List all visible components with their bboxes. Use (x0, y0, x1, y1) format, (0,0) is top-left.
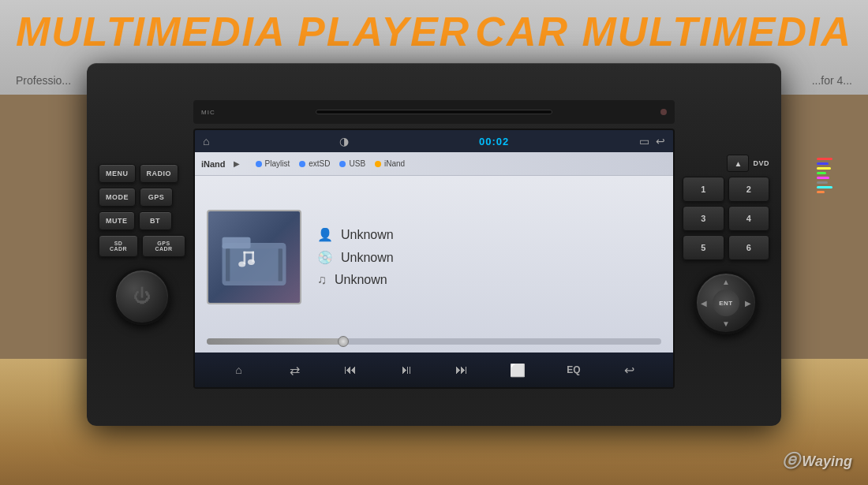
watermark-logo: ⓔ (782, 450, 799, 473)
album-icon: 💿 (317, 250, 333, 265)
track-info: 👤 Unknown 💿 Unknown ♫ Unknown (317, 227, 661, 287)
gps-button[interactable]: GPS (140, 188, 173, 207)
center-area: MIC ⌂ ◑ 00:02 ▭ ↩ iNand ▶ (193, 100, 675, 389)
ctrl-shuffle-button[interactable]: ⇄ (282, 357, 307, 382)
tab-playlist[interactable]: Playlist (256, 159, 290, 168)
gps-cadr-button[interactable]: GPS CADR (142, 235, 185, 257)
progress-thumb[interactable] (338, 336, 349, 347)
title-row: ♫ Unknown (317, 273, 661, 287)
nav-knob[interactable]: ▲ ▼ ◀ ▶ ENT (694, 271, 758, 334)
nav-arrow-right-icon: ▶ (745, 299, 751, 308)
artist-icon: 👤 (317, 227, 333, 242)
num-5-button[interactable]: 5 (683, 235, 724, 260)
album-art-svg (219, 222, 290, 293)
cd-slot (316, 110, 552, 114)
screen-status-bar: ⌂ ◑ 00:02 ▭ ↩ (195, 130, 673, 152)
tab-usb[interactable]: USB (339, 159, 365, 168)
home-status-icon[interactable]: ⌂ (203, 135, 209, 147)
tab-inand[interactable]: iNand (375, 159, 405, 168)
source-bar: iNand ▶ Playlist extSD USB (195, 152, 673, 176)
album-art (207, 210, 301, 304)
sd-cadr-button[interactable]: SD CADR (99, 235, 138, 257)
status-icons-right: ▭ ↩ (639, 135, 665, 147)
back-status-icon[interactable]: ↩ (656, 135, 665, 147)
bt-button[interactable]: BT (139, 211, 172, 230)
tab-inand-label: iNand (384, 159, 405, 168)
svg-rect-9 (279, 248, 282, 281)
dvd-up-button[interactable]: ▲ (727, 155, 749, 172)
power-knob[interactable] (114, 268, 170, 325)
car-unit: MENU RADIO MODE GPS MUTE BT SD CADR GPS … (87, 63, 781, 426)
mic-label: MIC (201, 109, 215, 116)
mode-button[interactable]: MODE (99, 188, 136, 207)
screen-content: iNand ▶ Playlist extSD USB (195, 152, 673, 353)
menu-button[interactable]: MENU (99, 164, 136, 183)
album-row: 💿 Unknown (317, 250, 661, 265)
watermark-name: Waying (802, 453, 852, 470)
source-tabs: Playlist extSD USB iNand (256, 159, 406, 168)
nav-knob-wrap: ▲ ▼ ◀ ▶ ENT (683, 271, 769, 334)
dot-playlist (256, 161, 262, 167)
artist-row: 👤 Unknown (317, 227, 661, 242)
power-knob-wrap (99, 268, 185, 325)
dvd-label: DVD (753, 159, 769, 167)
num-1-button[interactable]: 1 (683, 177, 724, 202)
ctrl-repeat-button[interactable]: ⬜ (505, 357, 530, 382)
nav-enter-button[interactable]: ENT (713, 289, 739, 316)
bg-text-right: CAR MULTIMEDIA (475, 8, 852, 55)
btn-row-2: MODE GPS (99, 188, 173, 207)
player-area: 👤 Unknown 💿 Unknown ♫ Unknown (195, 176, 673, 338)
tab-extsd-label: extSD (309, 159, 330, 168)
ctrl-next-button[interactable]: ⏭ (449, 357, 474, 382)
btn-row-1: MENU RADIO (99, 164, 178, 183)
svg-point-6 (238, 261, 245, 267)
ctrl-back-button[interactable]: ↩ (617, 357, 642, 382)
screen: ⌂ ◑ 00:02 ▭ ↩ iNand ▶ Playlist (193, 129, 675, 389)
dvd-row: ▲ DVD (683, 155, 769, 172)
svg-point-7 (248, 259, 255, 265)
dot-usb (339, 161, 346, 167)
current-source-label[interactable]: iNand (201, 159, 226, 169)
radio-button[interactable]: RADIO (140, 164, 179, 183)
num-2-button[interactable]: 2 (728, 177, 770, 202)
source-arrow-icon: ▶ (234, 159, 240, 168)
controls-bar: ⌂ ⇄ ⏮ ⏯ ⏭ ⬜ EQ ↩ (195, 353, 673, 387)
btn-row-4: SD CADR GPS CADR (99, 235, 185, 257)
progress-fill (207, 338, 343, 345)
left-panel: MENU RADIO MODE GPS MUTE BT SD CADR GPS … (99, 164, 185, 325)
artist-text: Unknown (341, 228, 394, 242)
bg-sub-right: ...for 4... (812, 74, 852, 87)
num-3-button[interactable]: 3 (683, 206, 724, 231)
num-4-button[interactable]: 4 (728, 206, 770, 231)
top-bar: MIC (193, 100, 675, 124)
tab-extsd[interactable]: extSD (299, 159, 330, 168)
nav-arrow-left-icon: ◀ (701, 299, 707, 308)
bg-text-left: MULTIMEDIA PLAYER (16, 8, 470, 55)
dot-inand (375, 161, 381, 167)
nav-arrow-down-icon: ▼ (722, 319, 730, 328)
progress-wrap (195, 338, 673, 353)
mute-button[interactable]: MUTE (99, 211, 135, 230)
nav-center-label: ENT (719, 300, 733, 307)
tab-usb-label: USB (349, 159, 365, 168)
num-6-button[interactable]: 6 (728, 235, 770, 260)
watermark: ⓔ Waying (782, 450, 852, 473)
status-time: 00:02 (479, 136, 509, 147)
ctrl-home-button[interactable]: ⌂ (226, 357, 251, 382)
ctrl-playpause-button[interactable]: ⏯ (394, 357, 419, 382)
ctrl-eq-button[interactable]: EQ (561, 357, 586, 382)
btn-row-3: MUTE BT (99, 211, 172, 230)
svg-rect-8 (226, 248, 230, 281)
led-dot (660, 109, 667, 115)
ctrl-prev-button[interactable]: ⏮ (338, 357, 363, 382)
title-text: Unknown (335, 273, 387, 287)
right-panel: ▲ DVD 1 2 3 4 5 6 ▲ ▼ ◀ ▶ ENT (683, 155, 769, 334)
cables (817, 158, 840, 221)
tab-playlist-label: Playlist (265, 159, 290, 168)
battery-status-icon: ▭ (639, 135, 649, 147)
dot-extsd (299, 161, 305, 167)
album-text: Unknown (341, 251, 394, 265)
bg-sub-left: Professio... (16, 74, 71, 87)
progress-bar[interactable] (207, 338, 661, 345)
svg-rect-1 (223, 237, 251, 248)
